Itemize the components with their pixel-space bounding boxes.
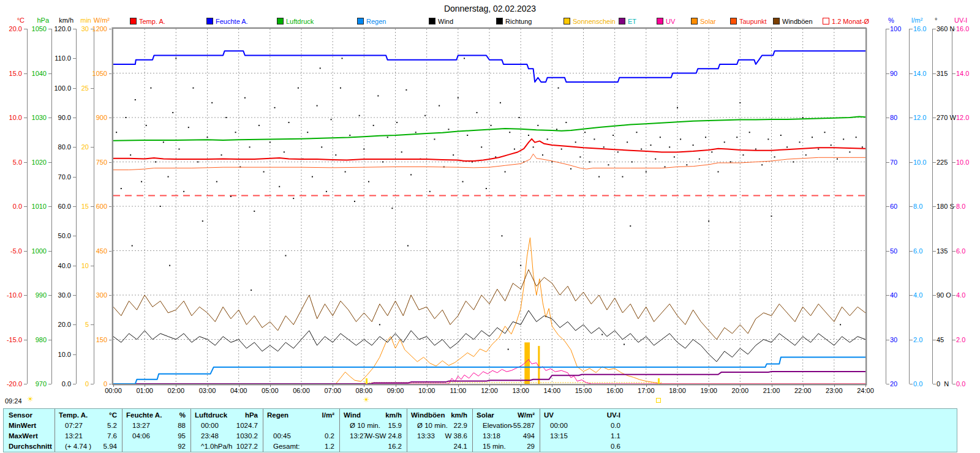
legend-swatch-icon bbox=[730, 18, 737, 24]
wind-direction-dot bbox=[655, 159, 656, 160]
wind-direction-dot bbox=[584, 132, 586, 133]
table-cell-value: 5.2 bbox=[55, 421, 117, 430]
axis-tick bbox=[73, 354, 76, 355]
axis-tick-label: 110.0 bbox=[0, 54, 71, 62]
axis-tick-label: 0.0 bbox=[913, 380, 922, 387]
x-tick-label: 21:00 bbox=[756, 387, 788, 394]
axis-tick-label: 25 bbox=[0, 84, 89, 92]
table-col-unit: W/m² bbox=[472, 410, 535, 420]
axis-tick bbox=[933, 29, 936, 29]
wind-direction-dot bbox=[135, 99, 136, 100]
wind-direction-dot bbox=[500, 102, 501, 103]
x-tick bbox=[803, 384, 804, 387]
axis-tick-label: 80 bbox=[890, 114, 897, 121]
x-tick bbox=[270, 384, 271, 387]
wind-direction-dot bbox=[818, 149, 819, 150]
wind-direction-dot bbox=[368, 181, 369, 182]
axis-tick-label: 0 bbox=[0, 380, 107, 387]
wind-direction-dot bbox=[453, 154, 454, 155]
wind-direction-dot bbox=[342, 58, 343, 59]
axis-tick bbox=[952, 206, 956, 207]
wind-direction-dot bbox=[519, 117, 520, 118]
wind-direction-dot bbox=[862, 146, 863, 148]
wind-direction-dot bbox=[528, 135, 529, 136]
wind-direction-dot bbox=[401, 151, 402, 152]
series-Taupunkt bbox=[113, 154, 865, 170]
wind-direction-dot bbox=[312, 176, 313, 178]
wind-direction-dot bbox=[172, 112, 173, 113]
wind-direction-dot bbox=[230, 196, 232, 197]
wind-direction-dot bbox=[424, 115, 426, 116]
axis-tick bbox=[73, 236, 76, 236]
wind-direction-dot bbox=[805, 154, 807, 155]
x-tick-label: 03:00 bbox=[192, 387, 224, 394]
axis-tick bbox=[91, 324, 94, 325]
wind-direction-dot bbox=[856, 137, 857, 138]
wind-direction-dot bbox=[391, 208, 393, 209]
wind-direction-dot bbox=[146, 125, 147, 126]
legend-item-11: Windböen bbox=[773, 18, 813, 25]
axis-tick bbox=[886, 251, 889, 252]
wind-direction-dot bbox=[589, 162, 590, 163]
wind-direction-dot bbox=[624, 344, 625, 345]
axis-tick-label: 6.0 bbox=[956, 247, 965, 255]
wind-direction-dot bbox=[840, 324, 841, 325]
legend-item-10: Taupunkt bbox=[730, 18, 767, 25]
x-tick-label: 02:00 bbox=[160, 387, 192, 394]
axis-tick-label: 10.0 bbox=[0, 351, 71, 358]
axis-header-W/m²: W/m² bbox=[85, 17, 110, 24]
wind-direction-dot bbox=[340, 88, 341, 89]
axis-tick-label: 1050 bbox=[0, 70, 107, 77]
legend-swatch-icon bbox=[657, 18, 663, 24]
wind-direction-dot bbox=[254, 211, 255, 212]
wind-direction-dot bbox=[491, 125, 492, 126]
wind-direction-dot bbox=[617, 151, 619, 152]
axis-tick-label: 750 bbox=[0, 159, 107, 166]
legend-swatch-icon bbox=[357, 18, 364, 24]
x-tick-label: 00:00 bbox=[97, 387, 129, 394]
wind-direction-dot bbox=[183, 191, 184, 192]
table-cell-value: 29 bbox=[472, 441, 535, 451]
legend-swatch-icon bbox=[429, 18, 435, 24]
x-tick-label: 12:00 bbox=[473, 387, 505, 394]
table-cell-value: 24.1 bbox=[407, 441, 467, 451]
x-tick bbox=[396, 384, 396, 387]
wind-direction-dot bbox=[665, 167, 666, 168]
wind-direction-dot bbox=[575, 141, 576, 143]
wind-direction-dot bbox=[749, 132, 750, 133]
wind-direction-dot bbox=[718, 171, 719, 173]
wind-direction-dot bbox=[622, 176, 623, 178]
axis-tick-label: 8.0 bbox=[956, 203, 965, 210]
wind-direction-dot bbox=[274, 107, 276, 108]
wind-direction-dot bbox=[216, 181, 217, 182]
table-cell-value: 0.6 bbox=[540, 441, 620, 451]
axis-tick bbox=[933, 251, 936, 252]
wind-direction-dot bbox=[556, 129, 557, 130]
axis-tick bbox=[952, 73, 956, 74]
x-tick bbox=[176, 384, 176, 387]
axis-tick-label: 4.0 bbox=[956, 291, 965, 299]
wind-direction-dot bbox=[192, 88, 194, 89]
x-tick-label: 10:00 bbox=[411, 387, 443, 394]
x-tick-label: 11:00 bbox=[442, 387, 474, 394]
x-tick bbox=[709, 384, 709, 387]
axis-tick bbox=[886, 295, 889, 296]
wind-direction-dot bbox=[141, 181, 142, 182]
table-col-unit: km/h bbox=[339, 410, 402, 420]
wind-direction-dot bbox=[258, 125, 260, 126]
wind-direction-dot bbox=[169, 265, 170, 266]
wind-direction-dot bbox=[331, 119, 332, 120]
axis-tick bbox=[886, 118, 889, 118]
wind-direction-dot bbox=[377, 95, 379, 97]
x-tick-label: 13:00 bbox=[505, 387, 537, 394]
wind-direction-dot bbox=[767, 138, 769, 140]
wind-direction-dot bbox=[202, 220, 203, 222]
wind-direction-dot bbox=[812, 137, 813, 138]
wind-direction-dot bbox=[660, 137, 661, 138]
wind-direction-dot bbox=[551, 162, 552, 163]
axis-tick-label: 14.0 bbox=[913, 70, 926, 77]
axis-tick bbox=[952, 251, 956, 252]
wind-direction-dot bbox=[636, 132, 637, 133]
wind-direction-dot bbox=[415, 132, 417, 133]
wind-direction-dot bbox=[705, 137, 706, 138]
